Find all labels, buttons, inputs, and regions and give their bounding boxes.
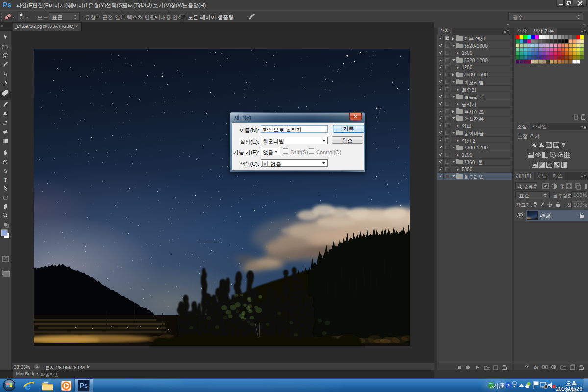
svg-text:fx: fx — [534, 365, 538, 370]
svg-text:9: 9 — [20, 17, 23, 21]
svg-text:종류: 종류 — [524, 184, 533, 189]
svg-text:T: T — [4, 177, 7, 183]
svg-text:T: T — [561, 184, 564, 189]
svg-text:?: ? — [507, 383, 510, 388]
